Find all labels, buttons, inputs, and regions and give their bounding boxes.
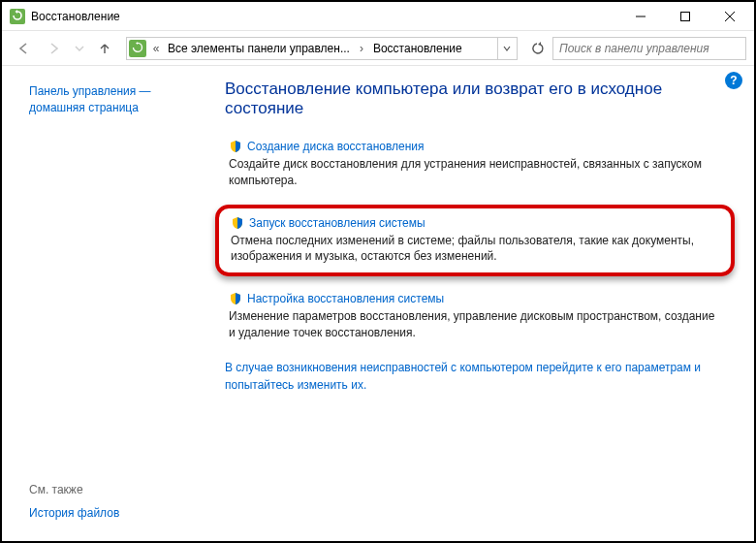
see-also-label: См. также <box>29 483 194 496</box>
maximize-button[interactable] <box>663 2 708 31</box>
navbar: « Все элементы панели управлен... › Восс… <box>2 31 754 66</box>
create-recovery-drive-link[interactable]: Создание диска восстановления <box>229 140 425 153</box>
option-description: Отмена последних изменений в системе; фа… <box>231 233 719 266</box>
chevron-right-icon: › <box>354 42 369 55</box>
help-icon[interactable]: ? <box>725 72 742 89</box>
close-button[interactable] <box>708 2 752 31</box>
system-restore-link[interactable]: Запуск восстановления системы <box>231 216 425 230</box>
titlebar: Восстановление <box>2 2 754 31</box>
file-history-link[interactable]: История файлов <box>29 506 194 520</box>
option-description: Создайте диск восстановления для устране… <box>229 156 721 189</box>
configure-restore-link[interactable]: Настройка восстановления системы <box>229 292 444 305</box>
recovery-icon <box>129 40 146 57</box>
main-content: ? Восстановление компьютера или возврат … <box>205 66 754 541</box>
up-button[interactable] <box>91 35 118 62</box>
link-text: Запуск восстановления системы <box>249 216 425 230</box>
refresh-button[interactable] <box>525 37 549 60</box>
page-title: Восстановление компьютера или возврат ег… <box>225 80 725 118</box>
back-button[interactable] <box>10 35 37 62</box>
recovery-option: Создание диска восстановления Создайте д… <box>225 138 725 191</box>
recovery-option-highlighted: Запуск восстановления системы Отмена пос… <box>215 205 735 277</box>
minimize-button[interactable] <box>618 2 663 31</box>
shield-icon <box>229 292 242 305</box>
recent-dropdown[interactable] <box>72 35 87 62</box>
pc-settings-link[interactable]: В случае возникновения неисправностей с … <box>225 359 725 394</box>
breadcrumb-prev-icon[interactable]: « <box>148 42 164 55</box>
search-input[interactable] <box>552 37 746 60</box>
breadcrumb-parent[interactable]: Все элементы панели управлен... <box>166 42 352 55</box>
breadcrumb-current[interactable]: Восстановление <box>371 42 464 55</box>
option-description: Изменение параметров восстановления, упр… <box>229 308 721 341</box>
breadcrumb[interactable]: « Все элементы панели управлен... › Восс… <box>126 37 518 60</box>
sidebar: Панель управления — домашняя страница См… <box>2 66 205 541</box>
control-panel-home-link[interactable]: Панель управления — домашняя страница <box>29 83 194 116</box>
forward-button[interactable] <box>41 35 68 62</box>
link-text: Создание диска восстановления <box>247 140 425 153</box>
recovery-option: Настройка восстановления системы Изменен… <box>225 290 725 343</box>
svg-rect-2 <box>681 12 690 20</box>
breadcrumb-dropdown[interactable] <box>497 38 515 59</box>
link-text: Настройка восстановления системы <box>247 292 444 305</box>
shield-icon <box>229 140 242 153</box>
recovery-icon <box>10 9 25 24</box>
shield-icon <box>231 216 244 230</box>
window-title: Восстановление <box>31 10 618 23</box>
